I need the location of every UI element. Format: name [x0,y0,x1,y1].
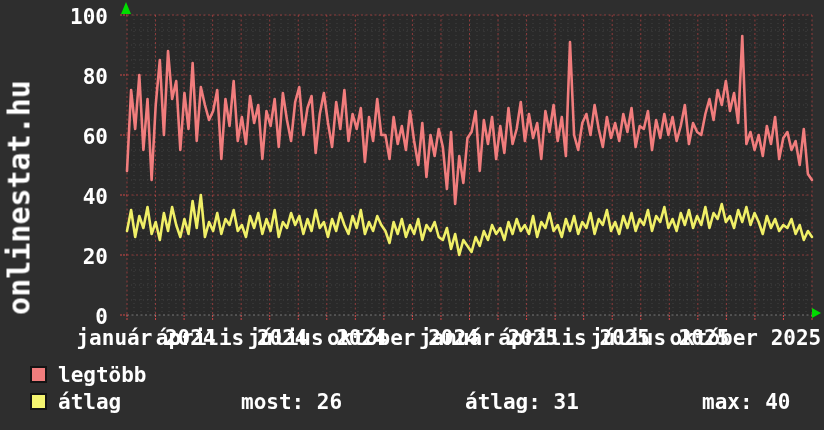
stat-max: max: 40 [702,390,791,414]
legend-label-atlag: átlag [58,390,121,414]
y-axis-label: 40 [32,185,108,209]
stat-atlag: átlag: 31 [465,390,579,414]
y-axis-label: 20 [32,245,108,269]
stat-most: most: 26 [241,390,342,414]
chart-panel: onlinestat.hu 100806040200 január 2024áp… [0,0,824,430]
x-axis-label: október 2025 [670,326,822,350]
y-axis-label: 60 [32,125,108,149]
y-axis-label: 100 [32,5,108,29]
y-axis-label: 80 [32,65,108,89]
legend-label-legtobb: legtöbb [58,363,147,387]
legend-swatch-legtobb [30,366,47,383]
legend-swatch-atlag [30,393,47,410]
